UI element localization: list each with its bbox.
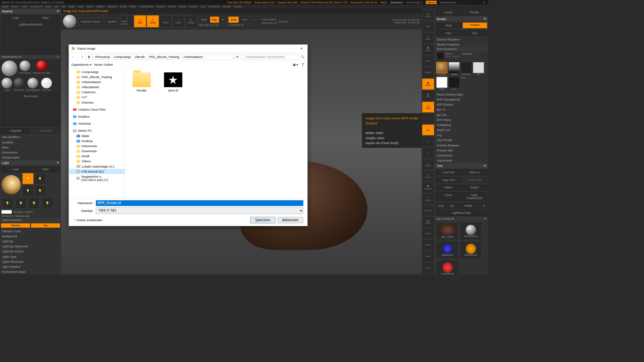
eraser-brush-thumb[interactable]: EraserBrush bbox=[436, 260, 459, 278]
dynamic-toggle[interactable]: Dynamic bbox=[279, 20, 288, 23]
bpr-filters[interactable]: BPR Filters bbox=[435, 117, 488, 122]
menu-alpha[interactable]: Alpha bbox=[2, 5, 8, 8]
save-light-button[interactable]: Save bbox=[31, 166, 60, 172]
mirror-icon[interactable]: ⊙ bbox=[422, 147, 434, 159]
zsub-button[interactable]: Zsub bbox=[239, 16, 249, 23]
antialiasing[interactable]: Antialiasing bbox=[435, 122, 488, 127]
tree-psd[interactable]: PSD_ZBrush_Training bbox=[69, 74, 124, 79]
sss-button[interactable]: Sss bbox=[31, 223, 60, 228]
nav-forward-button[interactable]: → bbox=[76, 55, 79, 59]
menu-file[interactable]: File bbox=[61, 5, 65, 8]
center-icon[interactable]: ◯ bbox=[422, 136, 434, 147]
window-controls[interactable]: ▫ ▫ ▫ ▫ ✕ bbox=[460, 1, 487, 4]
preview-shadows[interactable]: Preview Shadows bbox=[435, 143, 488, 148]
scale-button[interactable]: ⤢Scale bbox=[172, 15, 184, 27]
material-flat[interactable] bbox=[41, 78, 52, 88]
frame-button[interactable]: ▢Frame bbox=[422, 159, 434, 170]
tree-onedrive[interactable]: OneDrive bbox=[69, 121, 124, 126]
search-icon[interactable]: 🔍 bbox=[301, 55, 305, 59]
tree-dropbox[interactable]: Dropbox bbox=[69, 114, 124, 119]
brush-preview[interactable] bbox=[63, 15, 76, 28]
bpr-ao[interactable]: Bpr Ao bbox=[435, 107, 488, 112]
material-chrome[interactable] bbox=[14, 78, 24, 88]
preview-button[interactable]: Preview bbox=[463, 22, 487, 28]
file-render-folder[interactable]: Render bbox=[129, 72, 154, 194]
tree-downloads[interactable]: Downloads bbox=[69, 148, 124, 154]
menu-stroke[interactable]: Stroke bbox=[178, 5, 186, 8]
shaded-pass-thumb[interactable] bbox=[436, 62, 447, 73]
lights-shadow[interactable]: Lights Shadow bbox=[0, 264, 61, 269]
tree-dokumente[interactable]: Dokumente bbox=[69, 143, 124, 148]
save-material-button[interactable]: Save bbox=[31, 15, 60, 21]
dropdown-icon[interactable]: ⌄ bbox=[232, 55, 235, 59]
cursor-button[interactable]: Cursor bbox=[436, 10, 461, 15]
tree-bilder[interactable]: Bilder bbox=[69, 133, 124, 138]
flat-button[interactable]: Flat bbox=[462, 30, 487, 36]
rotate3d-button[interactable]: ⟳Rotate bbox=[422, 193, 434, 204]
fast-button[interactable]: Fast bbox=[436, 30, 461, 36]
draw-size[interactable]: Draw Size 64 bbox=[262, 21, 277, 24]
bpr-sss[interactable]: Bpr Sss bbox=[435, 112, 488, 117]
rgb-intensity[interactable]: Rgb Intensity 100 bbox=[199, 23, 226, 26]
tree-arbeitsdateien[interactable]: Arbeitsdateien bbox=[69, 79, 124, 84]
light-3-button[interactable]: 💡 bbox=[22, 185, 34, 196]
tree-composings[interactable]: Composings bbox=[69, 69, 124, 74]
menu-stencil[interactable]: Stencil bbox=[168, 5, 176, 8]
load-material-button[interactable]: Load bbox=[1, 15, 30, 21]
sphere-brush-thumb[interactable]: SphereBrush bbox=[460, 222, 482, 240]
show-used-button[interactable]: Show Used bbox=[1, 94, 60, 127]
tree-local-c[interactable]: Lokaler Datenträger (C:) bbox=[69, 164, 124, 169]
import-button[interactable]: Import bbox=[436, 185, 461, 190]
menu-marker[interactable]: Marker bbox=[97, 5, 105, 8]
material-header[interactable]: Material⟲ bbox=[0, 9, 61, 14]
sss-pass-thumb[interactable] bbox=[448, 77, 460, 88]
lights-properties[interactable]: Lights Properties bbox=[0, 218, 61, 222]
organize-button[interactable]: Organisieren ▾ bbox=[71, 63, 91, 67]
render-properties[interactable]: Render Properties bbox=[435, 42, 488, 47]
local-button[interactable]: ◎Local bbox=[422, 102, 434, 113]
menu-material[interactable]: Material bbox=[108, 5, 117, 8]
move-button[interactable]: ↔Move bbox=[159, 15, 171, 27]
lights-placement[interactable]: Lights Placement bbox=[0, 259, 61, 264]
nav-back-button[interactable]: ← bbox=[71, 55, 74, 59]
ghost-button[interactable]: Ghost bbox=[422, 239, 434, 250]
cancel-button[interactable]: Abbrechen bbox=[277, 217, 304, 223]
default-script[interactable]: DefaultZScript bbox=[440, 1, 456, 4]
mixer[interactable]: Mixer bbox=[0, 145, 61, 150]
menu-document[interactable]: Document bbox=[31, 5, 42, 8]
search-input[interactable]: "Arbeitsdateien" durchsuchen bbox=[243, 54, 299, 60]
lightcap-horizon[interactable]: LightCap Horizon bbox=[0, 249, 61, 254]
help-icon[interactable]: ❓ bbox=[301, 63, 305, 67]
xpose-button[interactable]: Xpose bbox=[422, 262, 434, 274]
view-button[interactable]: ▦ ▾ bbox=[293, 63, 298, 67]
mrgb-button[interactable]: Mrgb bbox=[199, 16, 209, 23]
menu-light[interactable]: Light bbox=[78, 5, 84, 8]
floor-pass[interactable]: Floor bbox=[461, 77, 466, 79]
light-5-button[interactable]: 💡 bbox=[2, 197, 13, 208]
menu-transform[interactable]: Transform bbox=[208, 5, 219, 8]
make-polymesh-button[interactable]: Make PolyMesh3D bbox=[462, 192, 487, 201]
quicksave-button[interactable]: QuickSave bbox=[390, 1, 403, 4]
new-folder-button[interactable]: Neuer Ordner bbox=[94, 63, 113, 67]
light-8-button[interactable]: 💡 bbox=[42, 197, 53, 208]
light-2-button[interactable]: 💡 bbox=[35, 173, 46, 184]
nav-up-button[interactable]: ↑ bbox=[82, 55, 83, 59]
file-area[interactable]: Render ★ stern.tif bbox=[125, 68, 307, 198]
linefill-button[interactable]: Line Fill bbox=[422, 205, 434, 216]
material-chalk[interactable] bbox=[2, 78, 12, 88]
modifiers[interactable]: Modifiers bbox=[0, 140, 61, 145]
menu-texture[interactable]: Texture bbox=[189, 5, 197, 8]
zadd-button[interactable]: Zadd bbox=[228, 16, 239, 23]
tree-alt[interactable]: ALT bbox=[69, 95, 124, 100]
light-4-button[interactable]: 💡 bbox=[35, 185, 46, 196]
lightbox-button[interactable]: LightBox bbox=[105, 18, 119, 24]
menu-draw[interactable]: Draw bbox=[45, 5, 51, 8]
light-sphere[interactable] bbox=[2, 175, 21, 194]
tree-videodateien[interactable]: Videodateien bbox=[69, 84, 124, 89]
preview-wax[interactable]: Preview Wax bbox=[435, 148, 488, 153]
tool-header[interactable]: Tool⟲ bbox=[435, 163, 488, 169]
ssharp-label[interactable]: SSharp 0 bbox=[462, 52, 473, 59]
light-6-button[interactable]: 💡 bbox=[15, 197, 26, 208]
actual-button[interactable]: Actual bbox=[422, 56, 434, 67]
close-button[interactable]: ✕ bbox=[298, 46, 305, 51]
